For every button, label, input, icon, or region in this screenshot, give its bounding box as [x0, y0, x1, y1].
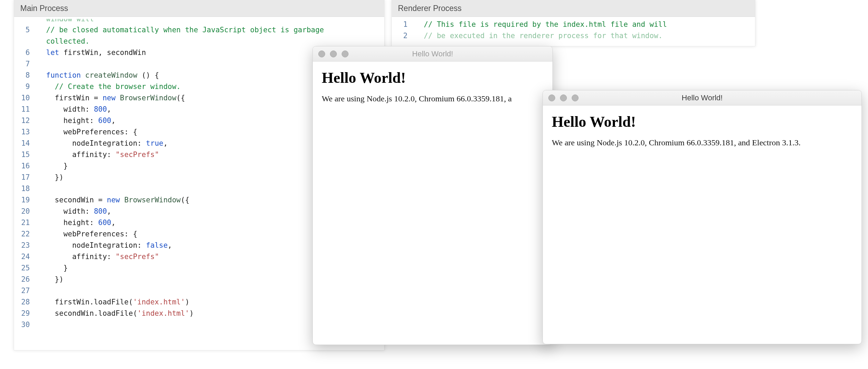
minimize-icon[interactable]	[330, 51, 337, 57]
version-text: We are using Node.js 10.2.0, Chromium 66…	[322, 94, 544, 103]
window-titlebar[interactable]: Hello World!	[543, 90, 861, 105]
panel-title: Main Process	[14, 0, 384, 17]
minimize-icon[interactable]	[560, 94, 567, 101]
window-controls	[313, 51, 349, 57]
window-body: Hello World! We are using Node.js 10.2.0…	[543, 105, 861, 155]
window-body: Hello World! We are using Node.js 10.2.0…	[313, 62, 552, 111]
maximize-icon[interactable]	[572, 94, 579, 101]
app-window-1[interactable]: Hello World! Hello World! We are using N…	[312, 46, 553, 345]
code-content[interactable]: // This file is required by the index.ht…	[415, 19, 667, 42]
window-title: Hello World!	[543, 93, 861, 102]
window-titlebar[interactable]: Hello World!	[313, 46, 552, 62]
version-text: We are using Node.js 10.2.0, Chromium 66…	[552, 138, 853, 147]
page-heading: Hello World!	[552, 113, 853, 131]
maximize-icon[interactable]	[342, 51, 349, 57]
renderer-process-panel: Renderer Process 12 // This file is requ…	[391, 0, 755, 46]
app-window-2[interactable]: Hello World! Hello World! We are using N…	[542, 90, 862, 344]
close-icon[interactable]	[318, 51, 325, 57]
close-icon[interactable]	[548, 94, 555, 101]
page-heading: Hello World!	[322, 69, 544, 87]
line-number-gutter: 12	[392, 19, 415, 42]
line-number-gutter: 5 67891011121314151617181920212223242526…	[14, 19, 37, 331]
panel-title: Renderer Process	[392, 0, 755, 17]
window-controls	[543, 94, 579, 101]
code-content[interactable]: window will // be closed automatically w…	[37, 19, 324, 331]
renderer-code-editor[interactable]: 12 // This file is required by the index…	[392, 17, 755, 42]
window-title: Hello World!	[313, 49, 552, 58]
